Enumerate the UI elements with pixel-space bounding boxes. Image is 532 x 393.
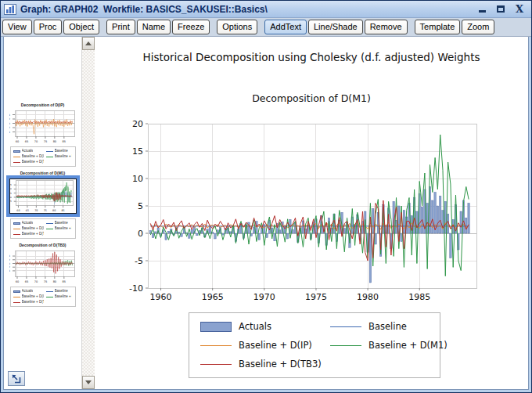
svg-text:-5: -5 <box>9 200 12 203</box>
thumbnail-swatch-icon <box>46 229 53 229</box>
thumbnail-legend-label: Baseline + D(IP) <box>22 226 44 231</box>
svg-text:1985: 1985 <box>408 292 430 302</box>
scroll-down-button[interactable] <box>82 376 95 389</box>
svg-text:75: 75 <box>43 209 46 212</box>
svg-text:0: 0 <box>9 122 10 125</box>
window-title: Graph: GRAPH02 Workfile: BASICS_SAKUSEI:… <box>20 4 479 15</box>
chart-title: Decomposition of D(M1) <box>95 92 528 104</box>
svg-text:0: 0 <box>9 262 10 265</box>
dock-button[interactable] <box>8 371 25 386</box>
toolbar-button-name[interactable]: Name <box>137 20 171 34</box>
thumbnail-legend-label: Actuals <box>22 221 34 225</box>
toolbar-group: AddTextLine/ShadeRemove <box>264 20 408 34</box>
thumbnail-legend-label: Baseline + D(M1) <box>55 154 73 159</box>
thumbnail-swatch-icon <box>13 157 20 157</box>
thumbnail-legend-label: Baseline + D(TB3) <box>22 300 44 305</box>
toolbar-group: ViewProcObject <box>2 20 101 34</box>
svg-text:1980: 1980 <box>357 292 379 302</box>
thumbnail-legend-label: Baseline + D(TB3) <box>22 160 44 164</box>
maximize-icon <box>497 5 505 13</box>
svg-text:70: 70 <box>34 140 37 143</box>
thumbnail-swatch-icon <box>46 223 53 224</box>
toolbar-button-remove[interactable]: Remove <box>365 20 408 34</box>
line-swatch-icon <box>330 326 361 327</box>
toolbar-button-zoom[interactable]: Zoom <box>462 20 494 34</box>
svg-text:1970: 1970 <box>253 292 275 302</box>
svg-text:-5: -5 <box>135 256 143 266</box>
legend-swatch <box>330 345 361 346</box>
thumbnail-legend-item: Baseline + D(TB3) <box>13 160 44 164</box>
legend-item-baseline-d-m1-: Baseline + D(M1) <box>330 340 448 351</box>
svg-text:1960: 1960 <box>150 292 172 302</box>
svg-text:4: 4 <box>9 254 10 258</box>
scroll-up-button[interactable] <box>82 37 95 50</box>
thumbnail-legend-label: Baseline <box>55 289 68 294</box>
thumbnail-swatch-icon <box>46 151 53 152</box>
thumbnail-legend-item: Baseline + D(TB3) <box>13 300 44 305</box>
close-button[interactable]: X <box>516 5 523 14</box>
svg-text:80: 80 <box>52 209 56 212</box>
thumbnail-legend-item: Actuals <box>13 289 44 294</box>
sidebar-thumbnail-ip[interactable]: Decomposition of D(IP) 606570758085-4-20… <box>7 103 79 167</box>
window-controls: X <box>479 5 523 14</box>
thumbnail-legend: ActualsBaselineBaseline + D(IP)Baseline … <box>10 218 76 239</box>
window-body: Decomposition of D(IP) 606570758085-4-20… <box>3 37 529 390</box>
thumbnail-legend-item: Baseline + D(IP) <box>13 226 44 231</box>
svg-text:-2: -2 <box>9 265 10 269</box>
toolbar-button-proc[interactable]: Proc <box>34 20 63 34</box>
thumbnail-title: Decomposition of D(M1) <box>7 171 79 175</box>
sidebar-thumbnail-m1[interactable]: Decomposition of D(M1) 606570758085-5051… <box>7 171 79 239</box>
line-swatch-icon <box>330 345 361 346</box>
toolbar-button-lineshade[interactable]: Line/Shade <box>308 20 363 34</box>
svg-text:65: 65 <box>24 140 27 143</box>
thumbnail-legend-label: Actuals <box>22 149 34 153</box>
svg-text:1965: 1965 <box>202 292 224 302</box>
legend-swatch <box>200 364 232 365</box>
thumbnail-panel: Decomposition of D(IP) 606570758085-4-20… <box>4 37 81 389</box>
svg-text:5: 5 <box>10 192 12 195</box>
legend-item-baseline-d-ip-: Baseline + D(IP) <box>200 340 330 351</box>
minimize-button[interactable] <box>479 5 486 13</box>
svg-text:0: 0 <box>138 229 143 239</box>
thumbnail-legend-item: Baseline + D(M1) <box>46 226 73 231</box>
toolbar-button-object[interactable]: Object <box>63 20 99 34</box>
legend-item-actuals: Actuals <box>200 321 330 332</box>
svg-text:60: 60 <box>15 280 18 283</box>
thumbnail-legend-item: Baseline + D(M1) <box>46 294 73 299</box>
thumbnail-legend-label: Baseline + D(IP) <box>22 294 44 299</box>
thumbnail-swatch-icon <box>13 229 20 229</box>
svg-text:75: 75 <box>43 140 46 143</box>
box-swatch-icon <box>200 322 232 332</box>
thumbnail-legend-item: Actuals <box>13 149 44 153</box>
maximize-button[interactable] <box>497 5 505 13</box>
toolbar-button-print[interactable]: Print <box>106 20 135 34</box>
triangle-up-icon <box>85 41 92 45</box>
thumbnail-swatch-icon <box>46 157 53 157</box>
thumbnail-chart[interactable]: 606570758085-4-2024 <box>9 249 77 284</box>
toolbar-button-options[interactable]: Options <box>217 20 257 34</box>
thumbnail-chart[interactable]: 606570758085-4-2024 <box>9 109 77 144</box>
thumbnail-legend-label: Baseline + D(TB3) <box>22 232 44 236</box>
thumbnail-swatch-icon <box>13 302 20 303</box>
line-swatch-icon <box>200 364 232 365</box>
svg-text:65: 65 <box>25 209 28 212</box>
line-swatch-icon <box>200 345 232 346</box>
toolbar-button-template[interactable]: Template <box>415 20 461 34</box>
sidebar-thumbnail-tb3[interactable]: Decomposition of D(TB3) 606570758085-4-2… <box>7 243 79 307</box>
scroll-track[interactable] <box>82 50 95 376</box>
toolbar-button-freeze[interactable]: Freeze <box>172 20 210 34</box>
legend-swatch <box>330 326 361 327</box>
thumbnail-legend-item: Baseline + D(IP) <box>13 294 44 299</box>
svg-text:70: 70 <box>34 209 38 212</box>
toolbar-button-addtext[interactable]: AddText <box>264 20 307 34</box>
graph-icon <box>4 4 16 15</box>
thumbnail-legend-item: Baseline + D(M1) <box>46 154 73 159</box>
thumbnail-chart-selected[interactable]: 606570758085-5051015 <box>9 178 77 214</box>
thumbnail-legend: ActualsBaselineBaseline + D(IP)Baseline … <box>10 146 76 167</box>
toolbar-button-view[interactable]: View <box>2 20 32 34</box>
thumbnail-swatch-icon <box>46 291 53 292</box>
thumbnail-legend-label: Baseline <box>55 221 68 225</box>
chart-legend: ActualsBaselineBaseline + D(IP)Baseline … <box>189 312 440 378</box>
legend-swatch <box>200 322 232 332</box>
thumbnail-swatch-icon <box>13 297 20 297</box>
